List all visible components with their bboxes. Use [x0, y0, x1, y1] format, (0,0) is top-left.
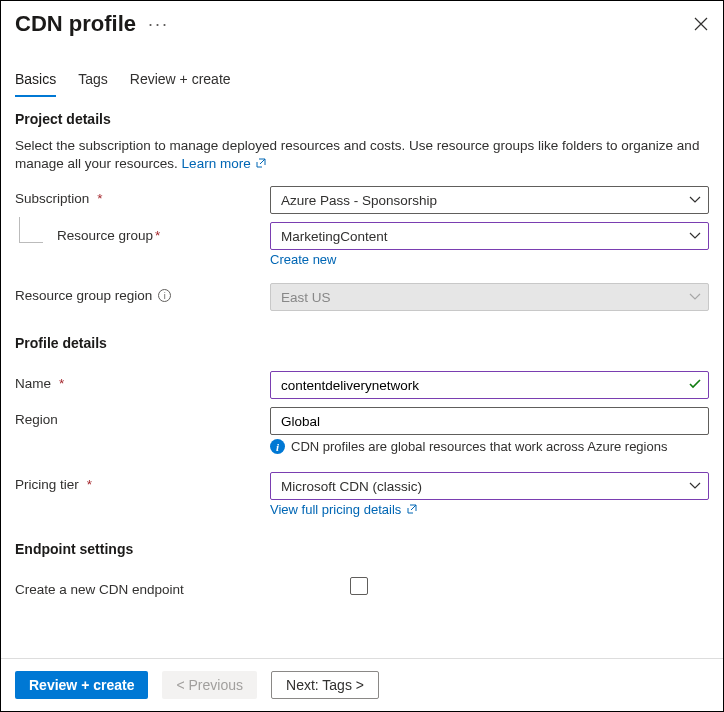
required-asterisk: * — [155, 228, 160, 243]
region-info-text: CDN profiles are global resources that w… — [291, 439, 667, 454]
profile-region-label-text: Region — [15, 412, 58, 427]
page-title: CDN profile — [15, 11, 136, 37]
section-project-details: Project details — [15, 111, 709, 127]
resource-group-label-text: Resource group — [57, 228, 153, 243]
pricing-link-text: View full pricing details — [270, 502, 401, 517]
checkmark-icon — [687, 376, 703, 392]
name-label-text: Name — [15, 376, 51, 391]
tab-basics[interactable]: Basics — [15, 71, 56, 97]
required-asterisk: * — [59, 376, 64, 391]
subscription-label: Subscription* — [15, 186, 270, 206]
project-details-description: Select the subscription to manage deploy… — [15, 137, 709, 172]
profile-region-input[interactable] — [270, 407, 709, 435]
pricing-details-link[interactable]: View full pricing details — [270, 502, 417, 517]
region-info-row: i CDN profiles are global resources that… — [270, 439, 709, 454]
required-asterisk: * — [87, 477, 92, 492]
region-label-text: Resource group region — [15, 288, 152, 303]
blade-header: CDN profile ··· — [1, 1, 723, 43]
close-icon[interactable] — [693, 16, 709, 32]
next-button[interactable]: Next: Tags > — [271, 671, 379, 699]
pricing-value: Microsoft CDN (classic) — [281, 479, 422, 494]
review-create-button[interactable]: Review + create — [15, 671, 148, 699]
pricing-select[interactable]: Microsoft CDN (classic) — [270, 472, 709, 500]
info-icon[interactable]: i — [158, 289, 171, 302]
tab-review[interactable]: Review + create — [130, 71, 231, 97]
region-select: East US — [270, 283, 709, 311]
form-content: Project details Select the subscription … — [1, 97, 723, 658]
profile-region-label: Region — [15, 407, 270, 427]
name-input[interactable] — [270, 371, 709, 399]
resource-group-label: Resource group* — [15, 222, 270, 243]
footer-bar: Review + create < Previous Next: Tags > — [1, 658, 723, 711]
create-endpoint-label: Create a new CDN endpoint — [15, 577, 270, 597]
info-icon: i — [270, 439, 285, 454]
resource-group-select[interactable]: MarketingContent — [270, 222, 709, 250]
external-link-icon — [407, 504, 417, 514]
tab-bar: Basics Tags Review + create — [1, 43, 723, 97]
more-icon[interactable]: ··· — [148, 14, 169, 35]
create-endpoint-checkbox[interactable] — [350, 577, 368, 595]
external-link-icon — [256, 158, 266, 168]
section-endpoint: Endpoint settings — [15, 541, 709, 557]
project-details-text: Select the subscription to manage deploy… — [15, 138, 699, 171]
tree-connector — [19, 217, 43, 243]
subscription-value: Azure Pass - Sponsorship — [281, 193, 437, 208]
pricing-label: Pricing tier* — [15, 472, 270, 492]
required-asterisk: * — [97, 191, 102, 206]
learn-more-link[interactable]: Learn more — [182, 156, 267, 171]
create-new-link[interactable]: Create new — [270, 252, 336, 267]
previous-button: < Previous — [162, 671, 257, 699]
learn-more-text: Learn more — [182, 156, 251, 171]
subscription-select[interactable]: Azure Pass - Sponsorship — [270, 186, 709, 214]
tab-tags[interactable]: Tags — [78, 71, 108, 97]
pricing-label-text: Pricing tier — [15, 477, 79, 492]
subscription-label-text: Subscription — [15, 191, 89, 206]
region-label: Resource group region i — [15, 283, 270, 303]
region-value: East US — [281, 290, 331, 305]
section-profile-details: Profile details — [15, 335, 709, 351]
name-label: Name* — [15, 371, 270, 391]
resource-group-value: MarketingContent — [281, 229, 388, 244]
